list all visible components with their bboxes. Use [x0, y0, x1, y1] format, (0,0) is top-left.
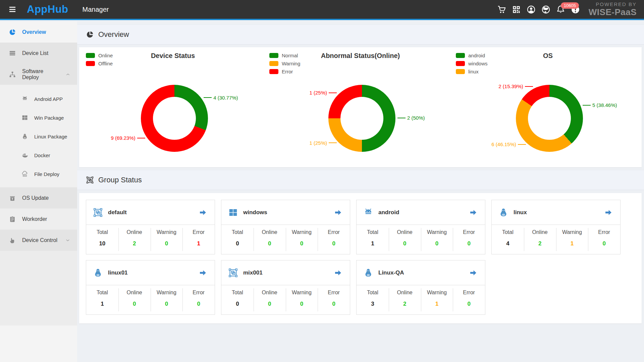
- label-leader-line: [329, 93, 337, 93]
- sidebar-item-linux-package[interactable]: Linux Package: [0, 127, 77, 146]
- sidebar: OverviewDevice ListSoftware DeployAndroi…: [0, 21, 77, 362]
- legend-item-online[interactable]: Online: [86, 53, 113, 58]
- cart-icon[interactable]: [497, 5, 506, 14]
- sidebar-item-label: Overview: [22, 29, 46, 35]
- sidebar-item-device-control[interactable]: Device Control: [0, 230, 77, 251]
- arrow-right-icon[interactable]: [198, 269, 208, 277]
- stat-value: 0: [286, 240, 318, 247]
- legend-swatch: [86, 61, 95, 66]
- arrow-right-icon[interactable]: [198, 208, 208, 217]
- docker-icon: [21, 152, 28, 159]
- legend-item-linux[interactable]: linux: [456, 69, 488, 74]
- sidebar-item-label: Workorder: [22, 216, 47, 222]
- stat-online: Online2: [524, 225, 556, 254]
- stat-label: Online: [118, 229, 151, 235]
- group-card-windows: windowsTotal0Online0Warning0Error0: [221, 200, 350, 254]
- powered-by-line1: POWERED BY: [589, 2, 637, 7]
- stat-label: Total: [357, 290, 389, 296]
- sidebar-item-label: Device Control: [22, 237, 57, 243]
- legend-label: windows: [468, 61, 488, 66]
- slice-label-android: 5 (38.46%): [583, 102, 617, 108]
- software-deploy-submenu: Android APPWin PackageLinux PackageDocke…: [0, 85, 77, 187]
- navbar-actions: 10605: [497, 5, 580, 14]
- legend-swatch: [269, 53, 278, 58]
- arrow-right-icon[interactable]: [468, 208, 478, 217]
- slice-label-text: 5 (38.46%): [592, 102, 617, 108]
- slice-label-text: 1 (25%): [310, 140, 327, 146]
- donut-chart[interactable]: [516, 85, 583, 152]
- group-card-stats: Total10Online2Warning0Error1: [86, 225, 215, 254]
- sidebar-item-software-deploy[interactable]: Software Deploy: [0, 64, 77, 85]
- legend-swatch: [269, 61, 278, 66]
- arrow-right-icon[interactable]: [468, 269, 478, 277]
- sidebar-item-os-update[interactable]: OS Update: [0, 187, 77, 208]
- stat-label: Warning: [286, 290, 318, 296]
- sidebar-item-label: Linux Package: [34, 134, 67, 139]
- donut-chart[interactable]: [141, 85, 208, 152]
- donut-chart[interactable]: [328, 85, 395, 152]
- stat-label: Error: [182, 229, 215, 235]
- stat-online: Online0: [389, 225, 421, 254]
- legend-label: Error: [282, 69, 293, 74]
- stat-warning: Warning0: [151, 225, 183, 254]
- device-list-icon: [9, 50, 16, 57]
- qr-code-icon[interactable]: [512, 5, 521, 14]
- sidebar-item-label: Android APP: [34, 96, 63, 102]
- slice-label-warning: 1 (25%): [310, 140, 337, 146]
- legend-item-android[interactable]: android: [456, 53, 488, 58]
- sidebar-item-overview[interactable]: Overview: [0, 21, 77, 43]
- user-icon[interactable]: [527, 5, 536, 14]
- group-card-header: windows: [221, 200, 350, 225]
- globe-icon[interactable]: [541, 5, 550, 14]
- stat-warning: Warning0: [286, 285, 318, 314]
- label-leader-line: [204, 97, 212, 98]
- legend-item-offline[interactable]: Offline: [86, 61, 113, 66]
- stat-error: Error0: [453, 225, 485, 254]
- legend-item-windows[interactable]: windows: [456, 61, 488, 66]
- legend-label: Offline: [98, 61, 113, 66]
- group-card-stats: Total0Online0Warning0Error0: [221, 225, 350, 254]
- legend-item-normal[interactable]: Normal: [269, 53, 300, 58]
- pie-chart-icon: [86, 31, 94, 39]
- arrow-right-icon[interactable]: [603, 208, 613, 217]
- stat-label: Total: [357, 229, 389, 235]
- group-name: windows: [243, 209, 267, 216]
- group-card-android: androidTotal1Online0Warning0Error0: [356, 200, 485, 254]
- sidebar-item-file-deploy[interactable]: File Deploy: [0, 165, 77, 183]
- legend-item-error[interactable]: Error: [269, 69, 300, 74]
- bell-icon[interactable]: 10605: [556, 5, 565, 14]
- stat-label: Error: [453, 290, 485, 296]
- sidebar-item-win-package[interactable]: Win Package: [0, 108, 77, 127]
- powered-by-line2: WISE-PaaS: [589, 7, 637, 17]
- sidebar-item-docker[interactable]: Docker: [0, 146, 77, 165]
- top-navbar: AppHub Manager 10605 POWERED BY WISE-Paa…: [0, 0, 644, 20]
- stat-value: 1: [556, 240, 588, 247]
- legend-item-warning[interactable]: Warning: [269, 61, 300, 66]
- hamburger-menu-icon[interactable]: [8, 6, 17, 13]
- legend-swatch: [456, 53, 465, 58]
- stat-value: 1: [357, 240, 389, 247]
- app-logo[interactable]: AppHub: [27, 3, 68, 15]
- overview-title: Overview: [98, 30, 129, 39]
- arrow-right-icon[interactable]: [333, 269, 343, 277]
- stat-error: Error0: [318, 225, 350, 254]
- group-card-header: linux01: [86, 260, 215, 285]
- sidebar-item-device-list[interactable]: Device List: [0, 43, 77, 64]
- arrow-right-icon[interactable]: [333, 208, 343, 217]
- sidebar-item-workorder[interactable]: Workorder: [0, 208, 77, 230]
- stat-value: 4: [492, 240, 524, 247]
- slice-label-text: 6 (46.15%): [491, 141, 516, 147]
- stat-error: Error0: [318, 285, 350, 314]
- group-card-linux01: linux01Total1Online0Warning0Error0: [86, 260, 215, 315]
- group-card-stats: Total1Online0Warning0Error0: [86, 285, 215, 314]
- slice-label-offline: 9 (69.23%): [111, 135, 145, 141]
- stat-online: Online2: [389, 285, 421, 314]
- donut-hole: [340, 97, 383, 140]
- chart-os: OSandroidwindowslinux5 (38.46%)6 (46.15%…: [454, 47, 642, 167]
- slice-label-windows: 2 (15.39%): [498, 83, 533, 89]
- sidebar-item-android-app[interactable]: Android APP: [0, 89, 77, 108]
- stat-label: Warning: [151, 290, 183, 296]
- slice-label-online: 4 (30.77%): [204, 95, 238, 101]
- group-name: android: [378, 209, 399, 216]
- slice-label-linux: 6 (46.15%): [491, 141, 526, 147]
